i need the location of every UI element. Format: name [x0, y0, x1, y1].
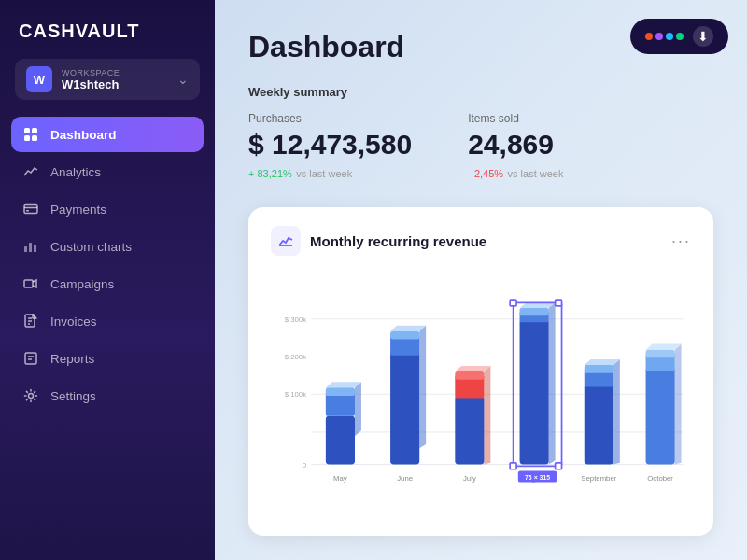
svg-rect-66	[510, 300, 516, 306]
chart-card: Monthly recurring revenue ··· $ 300k $ 2…	[248, 207, 713, 536]
purchases-change-label: vs last week	[296, 168, 352, 179]
svg-rect-54	[646, 368, 675, 465]
sidebar-item-campaigns[interactable]: Campaigns	[11, 266, 204, 301]
svg-text:$ 300k: $ 300k	[285, 315, 306, 324]
chevron-down-icon: ⌄	[177, 72, 189, 87]
sidebar-item-custom-charts[interactable]: Custom charts	[11, 229, 204, 264]
sidebar-nav: Dashboard Analytics Payments	[0, 117, 215, 413]
chart-title: Monthly recurring revenue	[310, 233, 486, 249]
stat-purchases: Purchases $ 12,473,580 + 83,21% vs last …	[248, 112, 412, 181]
svg-rect-9	[34, 245, 36, 252]
figma-dot-green	[676, 33, 684, 40]
svg-text:$ 200k: $ 200k	[285, 353, 306, 361]
chart-header: Monthly recurring revenue ···	[271, 226, 691, 256]
sidebar-item-campaigns-label: Campaigns	[50, 277, 114, 291]
invoice-icon	[22, 313, 39, 329]
report-icon	[22, 350, 39, 367]
items-sold-value: 24,869	[468, 129, 563, 161]
sidebar-item-settings-label: Settings	[50, 389, 96, 403]
sidebar-item-invoices[interactable]: Invoices	[11, 303, 204, 339]
svg-rect-10	[24, 280, 33, 287]
svg-text:June: June	[397, 474, 413, 483]
purchases-change: + 83,21% vs last week	[248, 164, 412, 181]
figma-dot-blue	[666, 33, 673, 40]
sidebar-item-custom-charts-label: Custom charts	[50, 240, 132, 254]
svg-marker-32	[355, 382, 361, 436]
svg-rect-4	[24, 205, 37, 214]
svg-rect-7	[24, 246, 27, 252]
svg-marker-52	[613, 359, 620, 465]
purchases-value: $ 12,473,580	[248, 129, 412, 161]
svg-text:July: July	[463, 474, 476, 483]
bar-chart-icon	[22, 238, 39, 255]
svg-text:September: September	[581, 474, 616, 483]
download-icon: ⬇	[693, 26, 713, 47]
svg-rect-3	[32, 135, 37, 141]
sidebar-item-analytics-label: Analytics	[50, 165, 101, 179]
svg-text:0: 0	[303, 461, 307, 469]
purchases-change-amount: + 83,21%	[248, 168, 292, 179]
sidebar-item-reports-label: Reports	[50, 352, 94, 366]
figma-icon	[645, 33, 684, 40]
svg-rect-34	[390, 351, 419, 464]
svg-rect-44	[520, 319, 549, 465]
items-sold-change-label: vs last week	[508, 168, 564, 179]
sidebar: CASHVAULT W WORKSPACE W1shtech ⌄ Dashboa…	[0, 0, 215, 560]
svg-point-18	[29, 394, 34, 399]
svg-marker-42	[484, 366, 490, 465]
sidebar-item-payments[interactable]: Payments	[11, 191, 204, 227]
gear-icon	[22, 387, 39, 404]
svg-marker-47	[549, 302, 556, 464]
svg-text:October: October	[647, 474, 673, 483]
bar-chart-svg: $ 300k $ 200k $ 100k 0	[271, 274, 691, 517]
campaign-icon	[22, 275, 39, 292]
svg-text:May: May	[333, 474, 347, 483]
svg-marker-57	[675, 344, 682, 465]
workspace-info: WORKSPACE W1shtech	[62, 68, 168, 91]
sidebar-item-dashboard-label: Dashboard	[50, 128, 117, 142]
workspace-name: W1shtech	[62, 77, 168, 91]
items-sold-change-amount: - 2,45%	[468, 168, 503, 179]
items-sold-label: Items sold	[468, 112, 563, 125]
svg-text:$ 100k: $ 100k	[285, 390, 306, 399]
svg-rect-56	[646, 350, 675, 358]
weekly-summary-label: Weekly summary	[248, 85, 713, 99]
svg-rect-31	[326, 387, 355, 396]
app-logo: CASHVAULT	[0, 0, 215, 59]
stat-items-sold: Items sold 24,869 - 2,45% vs last week	[468, 112, 563, 181]
sidebar-item-invoices-label: Invoices	[50, 315, 97, 329]
sidebar-item-dashboard[interactable]: Dashboard	[11, 117, 204, 152]
svg-rect-49	[585, 384, 613, 465]
svg-rect-15	[25, 353, 36, 364]
figma-button[interactable]: ⬇	[630, 19, 728, 54]
svg-rect-41	[455, 371, 484, 380]
workspace-selector[interactable]: W WORKSPACE W1shtech ⌄	[15, 59, 200, 100]
workspace-avatar: W	[26, 66, 52, 92]
svg-rect-0	[24, 128, 30, 133]
chart-area: $ 300k $ 200k $ 100k 0	[271, 274, 691, 521]
chart-title-row: Monthly recurring revenue	[271, 226, 486, 256]
grid-icon	[22, 126, 39, 143]
stats-row: Purchases $ 12,473,580 + 83,21% vs last …	[248, 112, 713, 181]
svg-text:76 × 315: 76 × 315	[525, 474, 550, 481]
figma-dot-red	[645, 33, 653, 40]
svg-rect-46	[520, 308, 549, 316]
svg-rect-68	[510, 463, 516, 469]
svg-rect-51	[585, 365, 613, 373]
purchases-label: Purchases	[248, 112, 412, 125]
svg-rect-2	[24, 135, 30, 141]
sidebar-item-settings[interactable]: Settings	[11, 378, 204, 413]
svg-marker-37	[419, 326, 426, 449]
analytics-icon	[22, 163, 39, 180]
svg-rect-39	[455, 396, 484, 465]
sidebar-item-payments-label: Payments	[50, 203, 106, 217]
svg-rect-1	[32, 128, 37, 133]
chart-more-button[interactable]: ···	[671, 231, 691, 251]
workspace-label: WORKSPACE	[62, 68, 168, 77]
items-sold-change: - 2,45% vs last week	[468, 164, 563, 181]
sidebar-item-analytics[interactable]: Analytics	[11, 154, 204, 189]
card-icon	[22, 201, 39, 217]
sidebar-item-reports[interactable]: Reports	[11, 341, 204, 376]
svg-rect-29	[326, 416, 355, 465]
chart-icon	[271, 226, 301, 256]
